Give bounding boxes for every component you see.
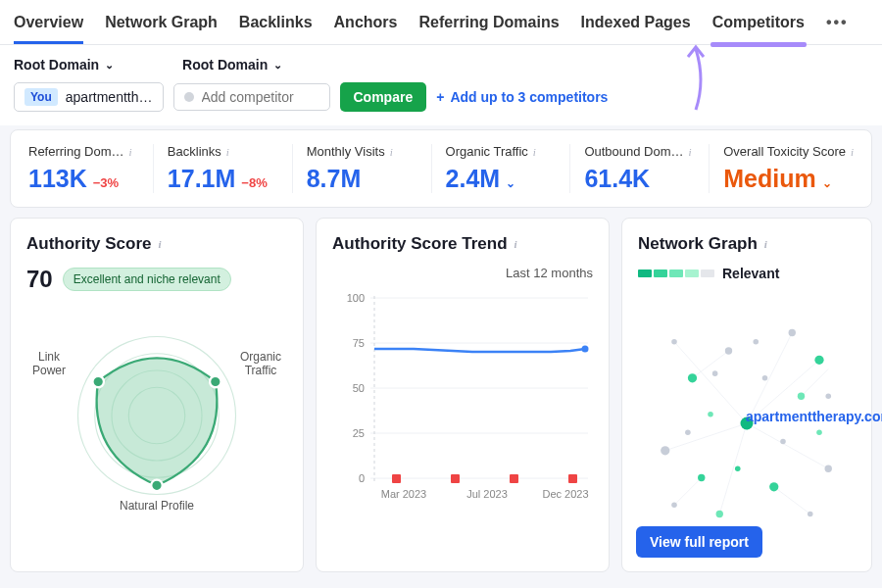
tab-indexed-pages[interactable]: Indexed Pages (581, 10, 691, 44)
svg-text:Dec 2023: Dec 2023 (542, 488, 588, 500)
network-domain-label: apartmenttherapy.com (746, 409, 882, 424)
authority-score-value: 70 (26, 266, 53, 293)
radar-label-natural-profile: Natural Profile (26, 499, 287, 513)
you-badge: You (24, 88, 58, 106)
svg-point-54 (735, 466, 741, 471)
svg-rect-20 (451, 474, 460, 483)
info-icon[interactable]: i (764, 238, 767, 250)
svg-point-41 (825, 393, 831, 399)
plus-icon: + (436, 89, 444, 105)
card-authority-score: Authority Scorei 70 Excellent and niche … (10, 218, 304, 572)
svg-text:25: 25 (353, 427, 365, 439)
info-icon[interactable]: i (159, 238, 162, 250)
tab-backlinks[interactable]: Backlinks (239, 10, 313, 44)
svg-point-58 (712, 370, 718, 376)
add-competitor-input[interactable] (173, 83, 330, 111)
top-tabs: Overview Network Graph Backlinks Anchors… (0, 0, 882, 45)
tab-competitors[interactable]: Competitors (712, 10, 805, 44)
svg-point-43 (671, 339, 677, 345)
cards-row: Authority Scorei 70 Excellent and niche … (0, 218, 882, 572)
svg-line-28 (665, 423, 747, 451)
tab-more[interactable]: ••• (826, 10, 849, 44)
svg-rect-22 (568, 474, 577, 483)
chevron-down-icon: ⌄ (822, 176, 832, 190)
svg-point-5 (210, 376, 221, 388)
svg-text:75: 75 (353, 337, 365, 349)
chevron-down-icon: ⌄ (506, 176, 515, 190)
metric-organic-traffic[interactable]: Organic Traffici 2.4M⌄ (432, 144, 571, 193)
tab-referring-domains[interactable]: Referring Domains (418, 10, 559, 44)
metric-referring-domains: Referring Dom…i 113K−3% (15, 144, 154, 193)
svg-point-4 (92, 376, 104, 388)
svg-text:0: 0 (359, 472, 365, 484)
info-icon[interactable]: i (533, 146, 536, 158)
trend-period-label: Last 12 months (332, 266, 593, 280)
chevron-down-icon: ⌄ (273, 59, 282, 72)
svg-point-18 (582, 346, 589, 353)
svg-point-6 (151, 480, 163, 492)
svg-rect-19 (392, 474, 401, 483)
svg-point-48 (769, 482, 778, 491)
scope-dropdown-2[interactable]: Root Domain⌄ (182, 57, 282, 73)
compare-button[interactable]: Compare (340, 82, 427, 112)
metric-backlinks: Backlinksi 17.1M−8% (154, 144, 293, 193)
authority-score-pill: Excellent and niche relevant (63, 268, 231, 291)
tab-network-graph[interactable]: Network Graph (105, 10, 218, 44)
svg-point-51 (762, 375, 768, 381)
add-more-competitors-link[interactable]: + Add up to 3 competitors (436, 89, 608, 105)
svg-point-57 (753, 339, 759, 345)
svg-line-32 (693, 351, 729, 378)
domain-chip-label: apartmentth… (66, 89, 153, 105)
svg-point-45 (698, 474, 705, 481)
svg-point-46 (671, 502, 677, 508)
svg-point-52 (708, 412, 713, 417)
svg-text:50: 50 (353, 382, 365, 394)
svg-line-29 (747, 423, 828, 468)
svg-point-39 (789, 329, 796, 336)
card-network-graph: Network Graphi Relevant (621, 218, 872, 572)
metric-monthly-visits: Monthly Visitsi 8.7M (293, 144, 432, 193)
metric-toxicity[interactable]: Overall Toxicity Scorei Medium⌄ (710, 144, 867, 193)
svg-point-55 (685, 429, 691, 435)
domain-chip-you[interactable]: You apartmentth… (14, 82, 164, 112)
tab-anchors[interactable]: Anchors (334, 10, 398, 44)
trend-line-chart: 100 75 50 25 0 Mar 2023 Jul 2023 Dec 202… (332, 286, 593, 512)
chevron-down-icon: ⌄ (105, 59, 114, 72)
info-icon[interactable]: i (689, 146, 692, 158)
card-authority-trend: Authority Score Trendi Last 12 months 10… (316, 218, 610, 572)
network-graph-viz[interactable]: apartmenttherapy.com (638, 291, 856, 556)
tab-overview[interactable]: Overview (14, 10, 83, 44)
info-icon[interactable]: i (851, 146, 854, 158)
info-icon[interactable]: i (129, 146, 132, 158)
dot-icon (184, 92, 194, 102)
competitor-field[interactable] (202, 89, 319, 105)
svg-point-37 (688, 373, 697, 382)
view-full-report-button[interactable]: View full report (636, 526, 762, 558)
network-legend: Relevant (638, 266, 856, 281)
svg-point-44 (661, 446, 669, 455)
svg-line-30 (719, 423, 747, 514)
scope-controls: Root Domain⌄ Root Domain⌄ You apartmentt… (0, 45, 882, 125)
svg-line-26 (674, 342, 747, 423)
radar-label-organic-traffic: OrganicTraffic (240, 350, 281, 378)
info-icon[interactable]: i (514, 238, 517, 250)
info-icon[interactable]: i (390, 146, 393, 158)
svg-point-40 (814, 356, 823, 365)
svg-text:100: 100 (347, 292, 365, 304)
svg-point-47 (716, 511, 723, 517)
svg-point-42 (798, 393, 805, 400)
svg-point-56 (816, 429, 822, 435)
info-icon[interactable]: i (226, 146, 229, 158)
svg-line-34 (674, 478, 702, 506)
scope-dropdown-1[interactable]: Root Domain⌄ (14, 57, 114, 73)
svg-rect-21 (510, 474, 518, 483)
svg-line-35 (774, 487, 810, 514)
svg-text:Mar 2023: Mar 2023 (381, 488, 426, 500)
svg-point-49 (808, 512, 813, 517)
svg-point-38 (725, 347, 732, 354)
metrics-strip: Referring Dom…i 113K−3% Backlinksi 17.1M… (10, 129, 872, 208)
radar-label-link-power: LinkPower (32, 350, 66, 378)
metric-outbound-domains: Outbound Dom…i 61.4K (570, 144, 710, 193)
svg-point-53 (780, 439, 786, 445)
svg-line-33 (802, 369, 829, 397)
